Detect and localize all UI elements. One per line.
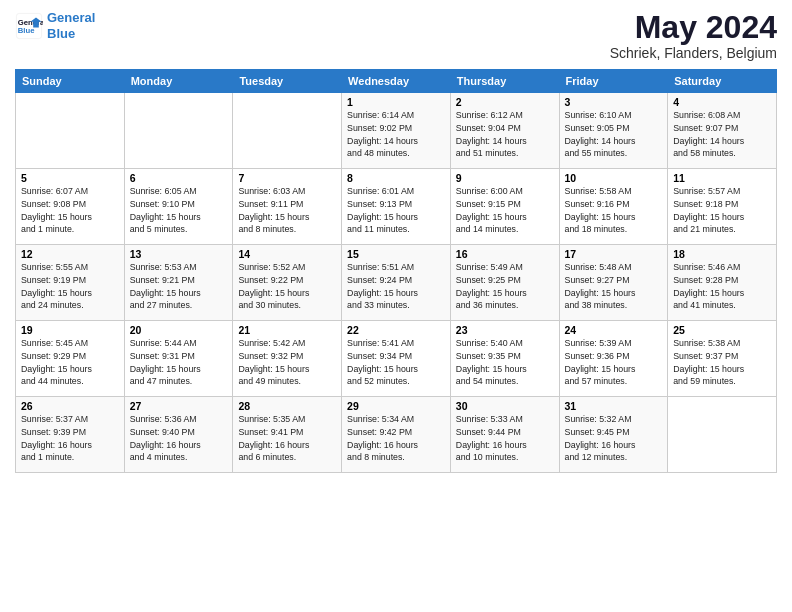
calendar-cell: 2Sunrise: 6:12 AMSunset: 9:04 PMDaylight… [450,93,559,169]
day-number: 6 [130,172,228,184]
day-info: Sunrise: 5:35 AMSunset: 9:41 PMDaylight:… [238,413,336,464]
day-info: Sunrise: 6:12 AMSunset: 9:04 PMDaylight:… [456,109,554,160]
day-number: 31 [565,400,663,412]
weekday-wednesday: Wednesday [342,70,451,93]
calendar-cell [233,93,342,169]
day-number: 23 [456,324,554,336]
calendar-cell [16,93,125,169]
day-info: Sunrise: 5:40 AMSunset: 9:35 PMDaylight:… [456,337,554,388]
day-number: 28 [238,400,336,412]
day-number: 18 [673,248,771,260]
day-number: 9 [456,172,554,184]
calendar-cell: 31Sunrise: 5:32 AMSunset: 9:45 PMDayligh… [559,397,668,473]
day-info: Sunrise: 5:55 AMSunset: 9:19 PMDaylight:… [21,261,119,312]
week-row-2: 12Sunrise: 5:55 AMSunset: 9:19 PMDayligh… [16,245,777,321]
calendar-cell: 22Sunrise: 5:41 AMSunset: 9:34 PMDayligh… [342,321,451,397]
day-number: 13 [130,248,228,260]
calendar-cell: 20Sunrise: 5:44 AMSunset: 9:31 PMDayligh… [124,321,233,397]
calendar-cell: 7Sunrise: 6:03 AMSunset: 9:11 PMDaylight… [233,169,342,245]
day-number: 26 [21,400,119,412]
day-info: Sunrise: 5:53 AMSunset: 9:21 PMDaylight:… [130,261,228,312]
day-info: Sunrise: 6:10 AMSunset: 9:05 PMDaylight:… [565,109,663,160]
logo: General Blue General Blue [15,10,95,41]
day-info: Sunrise: 6:08 AMSunset: 9:07 PMDaylight:… [673,109,771,160]
calendar-subtitle: Schriek, Flanders, Belgium [610,45,777,61]
calendar-cell: 1Sunrise: 6:14 AMSunset: 9:02 PMDaylight… [342,93,451,169]
day-number: 22 [347,324,445,336]
day-number: 17 [565,248,663,260]
calendar-cell: 19Sunrise: 5:45 AMSunset: 9:29 PMDayligh… [16,321,125,397]
day-number: 15 [347,248,445,260]
calendar-cell: 21Sunrise: 5:42 AMSunset: 9:32 PMDayligh… [233,321,342,397]
calendar-cell: 26Sunrise: 5:37 AMSunset: 9:39 PMDayligh… [16,397,125,473]
calendar-cell: 28Sunrise: 5:35 AMSunset: 9:41 PMDayligh… [233,397,342,473]
calendar-cell: 17Sunrise: 5:48 AMSunset: 9:27 PMDayligh… [559,245,668,321]
calendar-cell: 10Sunrise: 5:58 AMSunset: 9:16 PMDayligh… [559,169,668,245]
logo-icon: General Blue [15,12,43,40]
day-info: Sunrise: 6:07 AMSunset: 9:08 PMDaylight:… [21,185,119,236]
day-info: Sunrise: 5:57 AMSunset: 9:18 PMDaylight:… [673,185,771,236]
weekday-row: Sunday Monday Tuesday Wednesday Thursday… [16,70,777,93]
calendar-cell: 11Sunrise: 5:57 AMSunset: 9:18 PMDayligh… [668,169,777,245]
day-number: 8 [347,172,445,184]
day-number: 12 [21,248,119,260]
day-info: Sunrise: 5:52 AMSunset: 9:22 PMDaylight:… [238,261,336,312]
day-number: 5 [21,172,119,184]
svg-text:Blue: Blue [18,26,35,35]
svg-text:General: General [18,17,43,26]
day-info: Sunrise: 5:58 AMSunset: 9:16 PMDaylight:… [565,185,663,236]
day-number: 29 [347,400,445,412]
day-info: Sunrise: 5:41 AMSunset: 9:34 PMDaylight:… [347,337,445,388]
title-block: May 2024 Schriek, Flanders, Belgium [610,10,777,61]
day-number: 2 [456,96,554,108]
calendar-cell: 9Sunrise: 6:00 AMSunset: 9:15 PMDaylight… [450,169,559,245]
day-number: 4 [673,96,771,108]
calendar-cell: 30Sunrise: 5:33 AMSunset: 9:44 PMDayligh… [450,397,559,473]
day-number: 14 [238,248,336,260]
calendar-cell: 12Sunrise: 5:55 AMSunset: 9:19 PMDayligh… [16,245,125,321]
day-info: Sunrise: 5:37 AMSunset: 9:39 PMDaylight:… [21,413,119,464]
day-info: Sunrise: 6:05 AMSunset: 9:10 PMDaylight:… [130,185,228,236]
calendar-cell: 5Sunrise: 6:07 AMSunset: 9:08 PMDaylight… [16,169,125,245]
weekday-friday: Friday [559,70,668,93]
day-number: 1 [347,96,445,108]
calendar-cell [124,93,233,169]
day-number: 16 [456,248,554,260]
day-info: Sunrise: 5:36 AMSunset: 9:40 PMDaylight:… [130,413,228,464]
weekday-saturday: Saturday [668,70,777,93]
header: General Blue General Blue May 2024 Schri… [15,10,777,61]
calendar-cell: 13Sunrise: 5:53 AMSunset: 9:21 PMDayligh… [124,245,233,321]
calendar-cell: 15Sunrise: 5:51 AMSunset: 9:24 PMDayligh… [342,245,451,321]
page: General Blue General Blue May 2024 Schri… [0,0,792,612]
calendar-header: Sunday Monday Tuesday Wednesday Thursday… [16,70,777,93]
calendar-cell [668,397,777,473]
calendar-table: Sunday Monday Tuesday Wednesday Thursday… [15,69,777,473]
day-info: Sunrise: 5:33 AMSunset: 9:44 PMDaylight:… [456,413,554,464]
week-row-3: 19Sunrise: 5:45 AMSunset: 9:29 PMDayligh… [16,321,777,397]
weekday-tuesday: Tuesday [233,70,342,93]
logo-text: General Blue [47,10,95,41]
day-number: 24 [565,324,663,336]
day-info: Sunrise: 6:14 AMSunset: 9:02 PMDaylight:… [347,109,445,160]
day-info: Sunrise: 5:32 AMSunset: 9:45 PMDaylight:… [565,413,663,464]
calendar-cell: 18Sunrise: 5:46 AMSunset: 9:28 PMDayligh… [668,245,777,321]
day-number: 10 [565,172,663,184]
day-number: 30 [456,400,554,412]
weekday-sunday: Sunday [16,70,125,93]
calendar-cell: 27Sunrise: 5:36 AMSunset: 9:40 PMDayligh… [124,397,233,473]
day-number: 25 [673,324,771,336]
calendar-title: May 2024 [610,10,777,45]
calendar-body: 1Sunrise: 6:14 AMSunset: 9:02 PMDaylight… [16,93,777,473]
day-number: 20 [130,324,228,336]
day-number: 21 [238,324,336,336]
calendar-cell: 25Sunrise: 5:38 AMSunset: 9:37 PMDayligh… [668,321,777,397]
day-info: Sunrise: 5:46 AMSunset: 9:28 PMDaylight:… [673,261,771,312]
day-info: Sunrise: 5:51 AMSunset: 9:24 PMDaylight:… [347,261,445,312]
day-info: Sunrise: 5:48 AMSunset: 9:27 PMDaylight:… [565,261,663,312]
calendar-cell: 23Sunrise: 5:40 AMSunset: 9:35 PMDayligh… [450,321,559,397]
weekday-thursday: Thursday [450,70,559,93]
day-number: 11 [673,172,771,184]
calendar-cell: 6Sunrise: 6:05 AMSunset: 9:10 PMDaylight… [124,169,233,245]
day-number: 19 [21,324,119,336]
weekday-monday: Monday [124,70,233,93]
